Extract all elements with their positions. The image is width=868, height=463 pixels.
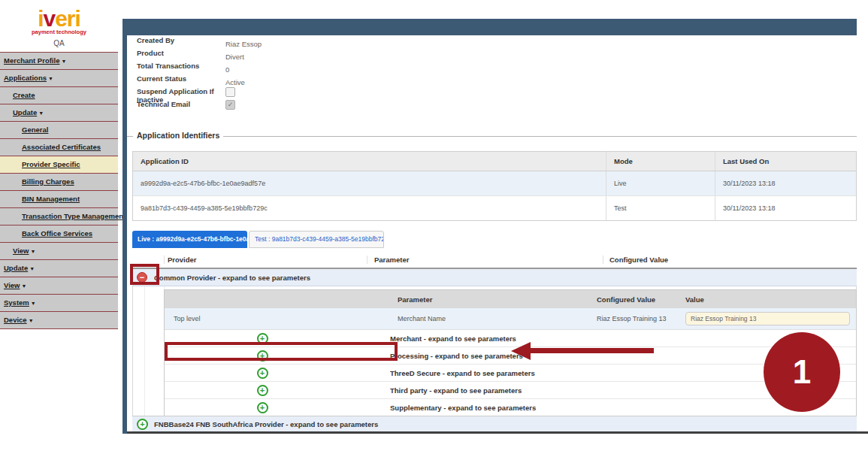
field-label: Product <box>137 49 225 57</box>
sidebar-item-create[interactable]: Create <box>0 87 118 104</box>
column-header-value: Value <box>679 295 856 304</box>
common-provider-label: Common Provider - expand to see paramete… <box>154 274 310 282</box>
sidebar-item-label: Back Office Services <box>22 229 92 238</box>
expand-plus-icon[interactable]: + <box>137 419 148 430</box>
expander-row-merchant[interactable]: +Merchant - expand to see parameters <box>165 330 856 347</box>
expander-column-header <box>132 252 164 268</box>
expander-row-third[interactable]: +Third party - expand to see parameters <box>165 382 856 399</box>
sidebar-item-device[interactable]: Device▼ <box>0 312 118 329</box>
chevron-down-icon: ▼ <box>29 266 35 271</box>
column-header-parameter: Parameter <box>390 295 591 304</box>
sidebar-item-label: General <box>22 126 48 134</box>
environment-label: QA <box>0 39 118 47</box>
expander-row-threed[interactable]: +ThreeD Secure - expand to see parameter… <box>165 365 856 382</box>
sidebar-item-label: View <box>4 281 20 289</box>
chevron-down-icon: ▼ <box>30 249 35 254</box>
common-provider-row[interactable]: − Common Provider - expand to see parame… <box>132 269 857 286</box>
expander-row-processing[interactable]: +Processing - expand to see parameters <box>165 347 856 365</box>
fnb-provider-label: FNBBase24 FNB SouthAfrica Provider - exp… <box>154 420 378 428</box>
column-header-configured-value: Configured Value <box>603 256 857 264</box>
app-window: iveri payment technology QA Merchant Pro… <box>0 0 868 463</box>
detail-field-row: Created ByRiaz Essop <box>137 36 708 49</box>
application-id-value: 9a81b7d3-c439-4459-a385-5e19bbfb729c <box>133 196 606 220</box>
top-header-bar <box>122 19 857 35</box>
field-value: Divert <box>225 53 244 61</box>
table-header-row: Application ID Mode Last Used On <box>133 152 856 171</box>
sidebar-item-associated-certificates[interactable]: Associated Certificates <box>0 139 118 156</box>
field-label: Technical Email <box>137 100 225 108</box>
chevron-down-icon: ▼ <box>61 59 66 64</box>
sidebar-item-label: System <box>4 298 29 307</box>
expand-plus-icon[interactable]: + <box>257 333 268 344</box>
application-id-value: a9992d9a-e2c5-47b6-bfbc-1e0ae9adf57e <box>133 171 606 195</box>
application-identifiers-table: Application ID Mode Last Used On a9992d9… <box>132 151 857 221</box>
sidebar-item-update[interactable]: Update▼ <box>0 104 118 122</box>
field-label: Current Status <box>137 74 225 83</box>
provider-table-header: Provider Parameter Configured Value <box>132 252 857 269</box>
sidebar-item-applications[interactable]: Applications▼ <box>0 70 118 87</box>
field-label: Created By <box>137 36 225 44</box>
sidebar-item-label: BIN Management <box>22 195 80 203</box>
sidebar: iveri payment technology QA Merchant Pro… <box>0 0 118 463</box>
expander-row-supplementary[interactable]: +Supplementary - expand to see parameter… <box>165 399 856 416</box>
column-header-last-used-on: Last Used On <box>715 152 857 171</box>
application-id-row: 9a81b7d3-c439-4459-a385-5e19bbfb729cTest… <box>133 196 856 220</box>
last-used-value: 30/11/2023 13:18 <box>715 196 857 220</box>
detail-field-row: Current StatusActive <box>137 74 708 87</box>
section-divider <box>127 136 857 137</box>
field-value: Active <box>225 78 245 86</box>
expand-plus-icon[interactable]: + <box>257 402 268 413</box>
sidebar-item-update[interactable]: Update▼ <box>0 260 118 277</box>
sidebar-item-label: Create <box>13 91 35 99</box>
sidebar-item-merchant-profile[interactable]: Merchant Profile▼ <box>0 53 118 70</box>
expander-label: Third party - expand to see parameters <box>390 386 522 395</box>
field-value: 0 <box>225 65 229 74</box>
sidebar-item-label: Billing Charges <box>22 177 74 186</box>
merchant-name-value-input[interactable] <box>685 312 850 325</box>
sidebar-item-back-office-services[interactable]: Back Office Services <box>0 225 118 243</box>
detail-field-row: Technical Email✓ <box>137 100 708 113</box>
detail-field-row: Suspend Application If Inactive <box>137 87 708 100</box>
top-level-parameter-row: Top level Merchant Name Riaz Essop Train… <box>165 308 856 330</box>
chevron-down-icon: ▼ <box>29 318 34 323</box>
sidebar-item-label: Device <box>4 316 27 324</box>
field-label: Total Transactions <box>137 62 225 70</box>
column-guide-line <box>144 286 145 416</box>
sidebar-menu: Merchant Profile▼Applications▼CreateUpda… <box>0 52 118 329</box>
sidebar-item-label: Update <box>13 108 37 117</box>
tab-test-application[interactable]: Test : 9a81b7d3-c439-4459-a385-5e19bbfb7… <box>249 231 384 248</box>
panel-left-border <box>122 35 127 434</box>
expand-plus-icon[interactable]: + <box>257 385 268 396</box>
field-value: Riaz Essop <box>225 40 262 48</box>
collapse-minus-icon[interactable]: − <box>137 272 147 283</box>
parameter-name: Merchant Name <box>390 315 591 322</box>
column-header-application-id: Application ID <box>133 152 606 171</box>
mode-value: Live <box>606 171 715 195</box>
fnb-provider-row[interactable]: + FNBBase24 FNB SouthAfrica Provider - e… <box>132 416 857 431</box>
sidebar-item-general[interactable]: General <box>0 122 118 139</box>
sidebar-item-label: Provider Specific <box>22 160 80 168</box>
chevron-down-icon: ▼ <box>38 110 44 116</box>
sidebar-item-label: Applications <box>4 74 47 82</box>
tab-live-application[interactable]: Live : a9992d9a-e2c5-47b6-bfbc-1e0ae9adf… <box>132 231 247 248</box>
sidebar-item-view[interactable]: View▼ <box>0 243 118 260</box>
sidebar-item-provider-specific[interactable]: Provider Specific <box>0 156 118 174</box>
detail-field-row: Total Transactions0 <box>137 62 708 74</box>
unchecked-checkbox[interactable] <box>225 87 235 97</box>
last-used-value: 30/11/2023 13:18 <box>715 171 857 195</box>
checked-checkbox[interactable]: ✓ <box>225 100 235 110</box>
panel-bottom-border <box>127 431 868 434</box>
sidebar-item-label: Associated Certificates <box>22 143 101 151</box>
expand-plus-icon[interactable]: + <box>257 368 268 379</box>
sidebar-item-label: Transaction Type Management <box>22 212 126 220</box>
sidebar-item-label: View <box>13 247 29 255</box>
sidebar-item-bin-management[interactable]: BIN Management <box>0 191 118 208</box>
sidebar-item-view[interactable]: View▼ <box>0 277 118 295</box>
expand-plus-icon[interactable]: + <box>257 350 268 362</box>
sidebar-item-system[interactable]: System▼ <box>0 295 118 312</box>
column-header-provider: Provider <box>164 256 367 264</box>
mode-value: Test <box>606 196 715 220</box>
sidebar-item-transaction-type-management[interactable]: Transaction Type Management <box>0 208 118 225</box>
sidebar-item-billing-charges[interactable]: Billing Charges <box>0 174 118 191</box>
brand-tagline: payment technology <box>0 29 118 35</box>
